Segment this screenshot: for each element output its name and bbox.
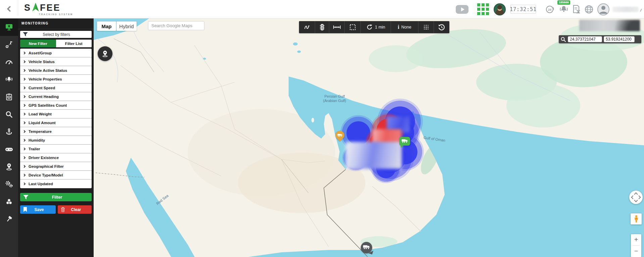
select-by-filters-dropdown[interactable]: Select by filters [20,31,92,38]
route-squiggle-icon [303,23,311,31]
filter-row[interactable]: GPS Satellites Count [20,101,92,110]
street-view-pegman[interactable] [631,213,642,224]
filter-row[interactable]: Asset/Group [20,49,92,57]
filter-row[interactable]: Device Type/Model [20,171,92,179]
filter-label: GPS Satellites Count [29,103,67,107]
filter-row[interactable]: Driver Existence [20,153,92,162]
rail-item-marine[interactable] [0,123,18,141]
back-button[interactable] [5,5,13,13]
filter-row[interactable]: Load Weight [20,110,92,118]
logo-tagline: TRACKING SYSTEM [39,13,73,15]
divider [18,0,18,15]
refresh-interval-control[interactable]: 1 min [361,21,391,33]
show-routes-toggle[interactable] [299,21,315,33]
select-region-tool[interactable] [345,21,361,33]
rail-item-groups[interactable] [0,193,18,210]
filter-row[interactable]: Current Speed [20,84,92,92]
redacted-info-box [579,20,640,31]
chevron-left-icon [7,6,13,12]
truck-icon [401,138,408,144]
notifications-bell-icon[interactable]: 185666 [559,4,569,14]
history-playback-button[interactable] [434,21,449,33]
filter-row[interactable]: Temperature [20,127,92,136]
longitude-input[interactable] [604,36,635,42]
coordinate-search-bar [559,35,641,43]
pan-right-icon [637,195,641,199]
video-tutorial-button[interactable] [456,5,468,14]
map-type-hybrid-button[interactable]: Hybrid [116,21,137,31]
apply-filter-button[interactable]: Filter [20,193,92,201]
filter-label: Liquid Amount [29,121,56,125]
zoom-in-button[interactable]: + [631,234,641,245]
divider [18,29,94,29]
chevron-right-icon [23,156,26,159]
rail-item-vehicle-reports[interactable] [0,88,18,106]
globe-language-icon[interactable] [584,5,594,14]
location-pin-icon [5,163,13,171]
chevron-right-icon [23,69,26,71]
cluster-display-toggle[interactable] [418,21,434,33]
user-avatar[interactable] [494,3,506,15]
chevron-right-icon [23,165,26,167]
tab-filter-list[interactable]: Filter List [56,40,92,47]
filter-label: Device Type/Model [29,173,63,177]
filter-row[interactable]: Current Heading [20,92,92,101]
measure-distance-tool[interactable] [329,21,345,33]
tab-new-filter[interactable]: New Filter [20,40,56,47]
filter-label: Driver Existence [29,156,59,160]
map-pan-control[interactable] [629,191,643,204]
filter-row[interactable]: Vehicle Status [20,57,92,66]
filter-row[interactable]: Last Updated [20,179,92,188]
chevron-right-icon [23,121,26,124]
refresh-interval-label: 1 min [375,25,385,30]
filter-label: Last Updated [29,182,53,186]
rail-item-routes[interactable] [0,36,18,53]
save-filter-label: Save [27,207,51,212]
account-silhouette-icon[interactable] [597,3,610,16]
save-filter-button[interactable]: Save [20,205,56,214]
app-logo: S FEE TRACKING SYSTEM [24,3,73,15]
vehicle-marker-amber[interactable] [336,131,344,140]
filter-row[interactable]: Liquid Amount [20,118,92,127]
search-icon [5,110,13,118]
zoom-out-button[interactable]: − [631,246,641,257]
filter-label: Current Speed [29,86,55,90]
filter-row[interactable]: Vehicle Active Status [20,66,92,75]
traffic-toggle[interactable] [315,21,329,33]
filter-row[interactable]: Trailer [20,145,92,153]
search-icon[interactable] [560,37,566,42]
filter-label: Humidity [29,138,45,142]
rail-item-locations[interactable] [0,158,18,175]
latitude-input[interactable] [568,36,602,42]
left-icon-rail [0,18,18,257]
pegman-icon [634,215,639,223]
rail-item-settings[interactable] [0,175,18,193]
google-maps-search-input[interactable] [148,21,204,30]
logo-suffix: FEE [40,3,61,12]
geolocate-button[interactable] [98,46,112,61]
top-bar: S FEE TRACKING SYSTEM 17:32:51 24 185666 [0,0,644,18]
rail-item-monitoring[interactable] [0,18,18,36]
support-24h-icon[interactable]: 24 [545,4,555,14]
notifications-badge: 185666 [557,0,570,5]
location-pin-icon [101,50,109,58]
filter-row[interactable]: Geographical Filter [20,162,92,171]
rail-item-maintenance[interactable] [0,210,18,228]
apps-grid-icon[interactable] [477,3,489,15]
map-canvas[interactable]: Persian Gulf (Arabian Gulf) Gulf of Oman… [94,18,644,257]
clear-filter-button[interactable]: Clear [58,205,92,214]
vehicle-marker-green[interactable] [399,137,410,146]
cluster-circles-icon [5,198,13,206]
rail-item-search[interactable] [0,106,18,123]
redacted-cluster-patch [346,142,402,169]
filter-row[interactable]: Humidity [20,136,92,145]
filter-row[interactable]: Vehicle Properties [20,75,92,84]
vehicle-marker-gray[interactable] [361,242,372,253]
rail-item-dashboard[interactable] [0,53,18,71]
info-mode-control[interactable]: i None [391,21,418,33]
map-type-map-button[interactable]: Map [97,21,116,31]
rail-item-alerts[interactable] [0,71,18,88]
reports-document-icon[interactable] [572,5,581,14]
chevron-right-icon [23,95,26,98]
rail-item-devices[interactable] [0,141,18,158]
